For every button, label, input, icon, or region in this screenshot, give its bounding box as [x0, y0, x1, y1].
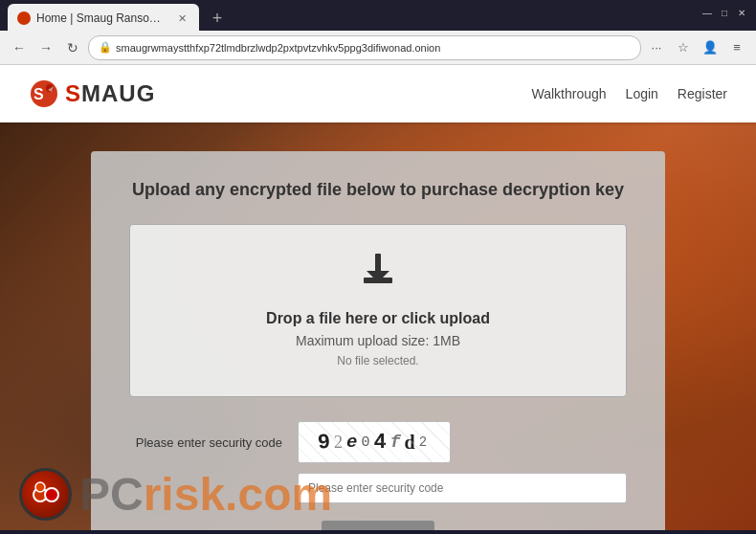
window-controls: — □ ✕	[700, 6, 748, 19]
upload-title: Drop a file here or click upload	[159, 310, 597, 327]
extensions-button[interactable]: ···	[645, 36, 668, 59]
security-code-input[interactable]	[298, 473, 627, 503]
site-logo: S SMAUG	[29, 78, 155, 109]
url-text: smaugrwmaystthfxp72tlmdbrzlwdp2pxtpvtzvh…	[116, 42, 631, 54]
profile-button[interactable]: 👤	[699, 36, 722, 59]
browser-window: Home | Smaug Ransomware ✕ + — □ ✕ ← → ↻ …	[0, 0, 756, 65]
minimize-button[interactable]: —	[700, 6, 714, 19]
upload-status: No file selected.	[159, 354, 597, 367]
security-label: Please enter security code	[129, 435, 282, 450]
watermark-pc: PC	[79, 472, 144, 518]
logo-text: SMAUG	[65, 80, 155, 107]
watermark-icon	[29, 478, 63, 512]
captcha-char-6: f	[390, 433, 405, 452]
upload-subtitle: Maximum upload size: 1MB	[159, 333, 597, 348]
captcha-char-3: e	[346, 432, 361, 453]
close-window-button[interactable]: ✕	[735, 6, 748, 19]
captcha-char-4: 0	[362, 434, 374, 451]
captcha-row: Please enter security code 9 2 e 0 4 f d…	[129, 421, 627, 463]
captcha-char-5: 4	[374, 431, 390, 455]
submit-button[interactable]: submit	[322, 521, 434, 530]
url-bar[interactable]: 🔒 smaugrwmaystthfxp72tlmdbrzlwdp2pxtpvtz…	[88, 35, 641, 60]
captcha-char-2: 2	[334, 433, 346, 453]
tab-bar: Home | Smaug Ransomware ✕ +	[8, 0, 697, 33]
menu-button[interactable]: ≡	[725, 36, 748, 59]
forward-button[interactable]: →	[34, 36, 57, 59]
bookmark-button[interactable]: ☆	[672, 36, 695, 59]
maximize-button[interactable]: □	[718, 6, 731, 19]
captcha-char-1: 9	[317, 430, 335, 455]
panel-title: Upload any encrypted file below to purch…	[129, 180, 627, 200]
captcha-char-7: d	[405, 432, 419, 454]
watermark-label: PC risk.com	[79, 472, 332, 518]
upload-zone[interactable]: Drop a file here or click upload Maximum…	[129, 224, 627, 397]
refresh-button[interactable]: ↻	[61, 36, 84, 59]
watermark-circle	[19, 468, 72, 521]
active-tab[interactable]: Home | Smaug Ransomware ✕	[8, 4, 199, 33]
tab-title: Home | Smaug Ransomware	[36, 11, 168, 25]
site-nav: Walkthrough Login Register	[532, 86, 727, 101]
upload-icon	[159, 254, 597, 300]
nav-login[interactable]: Login	[626, 86, 658, 101]
site-header: S SMAUG Walkthrough Login Register	[0, 65, 756, 122]
submit-row: submit	[129, 521, 627, 530]
upload-arrow-icon	[354, 254, 402, 292]
lock-icon: 🔒	[99, 41, 112, 54]
logo-icon: S	[29, 78, 59, 109]
toolbar-right: ··· ☆ 👤 ≡	[645, 36, 748, 59]
watermark-risk: risk.com	[144, 472, 332, 518]
captcha-char-8: 2	[419, 434, 431, 450]
watermark: PC risk.com	[19, 468, 332, 521]
captcha-image: 9 2 e 0 4 f d 2	[298, 421, 451, 463]
nav-walkthrough[interactable]: Walkthrough	[532, 86, 607, 101]
svg-text:S: S	[33, 86, 44, 102]
back-button[interactable]: ←	[8, 36, 31, 59]
svg-point-8	[35, 482, 45, 492]
address-bar: ← → ↻ 🔒 smaugrwmaystthfxp72tlmdbrzlwdp2p…	[0, 31, 756, 65]
nav-register[interactable]: Register	[678, 86, 727, 101]
tab-close-button[interactable]: ✕	[174, 11, 189, 26]
new-tab-button[interactable]: +	[203, 4, 232, 33]
svg-point-7	[45, 488, 58, 501]
website: S SMAUG Walkthrough Login Register Uploa…	[0, 65, 756, 530]
title-bar: Home | Smaug Ransomware ✕ + — □ ✕	[0, 0, 756, 31]
tab-favicon	[17, 11, 31, 25]
